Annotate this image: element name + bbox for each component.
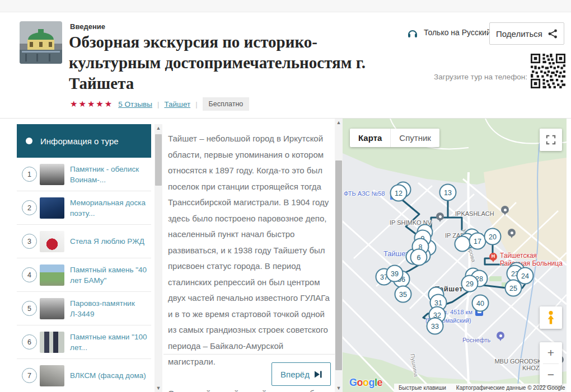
stop-label: Стела Я люблю РЖД — [70, 236, 147, 247]
stop-thumbnail-image — [40, 365, 64, 386]
active-item-label: Информация о туре — [40, 136, 119, 146]
description-paragraph-1: Тайшет – небольшой город в Иркутской обл… — [168, 131, 331, 370]
poi-label-4518km: п. 4518 км — [443, 309, 472, 315]
poi-pin-ip-shimko[interactable] — [436, 212, 444, 222]
map-data-attribution: Картографические данные © 2022 Google — [456, 385, 565, 391]
language-row: Только на Русский — [407, 27, 491, 38]
tour-kicker: Введение — [70, 22, 105, 31]
fullscreen-icon — [546, 135, 556, 145]
stop-number-badge: 1 — [22, 167, 37, 182]
tour-thumbnail-image — [20, 21, 62, 64]
stop-thumbnail-image — [40, 265, 64, 286]
text-panel-scrollbar[interactable]: ▲ ▼ — [335, 119, 343, 392]
star-icon: ★ — [78, 99, 87, 108]
poi-pin-ipkashlach[interactable] — [501, 206, 509, 215]
zoom-control: + − — [540, 342, 562, 385]
sidebar-item-stop-1[interactable]: 1Памятник - обелиск Воинам-... — [17, 158, 151, 191]
next-button-label: Вперёд — [280, 370, 310, 379]
skip-next-icon — [315, 371, 322, 378]
sidebar-item-stop-2[interactable]: 2Мемориальная доска поэту... — [17, 191, 151, 225]
zoom-out-button[interactable]: − — [540, 364, 562, 385]
headphones-icon — [407, 27, 418, 38]
rating-row: ★★★★★ 5 Отзывы | Тайшет | Бесплатно — [70, 98, 249, 110]
tour-description-panel: Тайшет – небольшой город в Иркутской обл… — [163, 119, 335, 392]
stop-thumbnail-image — [40, 197, 64, 219]
share-icon — [548, 29, 558, 39]
sidebar-scrollbar-thumb[interactable] — [155, 134, 162, 186]
rating-stars: ★★★★★ — [70, 99, 113, 109]
map-marker-ghost — [455, 236, 471, 252]
stop-thumbnail-image — [40, 332, 64, 353]
satellite-tab[interactable]: Спутник — [391, 129, 439, 147]
stop-label: Памятный камень "40 лет БАМу" — [70, 265, 147, 286]
pegman-icon — [546, 310, 555, 325]
sidebar-item-tour-info-active[interactable]: Информация о туре — [17, 124, 151, 158]
scroll-up-icon[interactable]: ▲ — [155, 124, 162, 132]
train-station-photo — [20, 21, 62, 64]
keyboard-shortcuts-link[interactable]: Быстрые клавиши — [399, 385, 446, 391]
google-map[interactable]: ФТЬ АЗС №58IP SHIMKO NVIPKASHLACHIP ZAPO… — [343, 119, 567, 392]
scroll-down-icon[interactable]: ▼ — [335, 384, 343, 392]
fullscreen-button[interactable] — [540, 129, 562, 151]
map-type-control: Карта Спутник — [350, 129, 439, 147]
google-logo-letter: o — [357, 377, 363, 388]
sidebar-scrollbar[interactable]: ▲ ▼ — [155, 124, 162, 392]
stop-number-badge: 4 — [22, 267, 37, 282]
separator: | — [157, 100, 159, 108]
timeline-dot — [26, 138, 32, 144]
qr-code — [531, 54, 565, 88]
map-marker-6[interactable]: 6 — [410, 249, 428, 266]
zoom-in-button[interactable]: + — [540, 342, 562, 363]
free-badge: Бесплатно — [203, 97, 250, 111]
map-marker-39[interactable]: 39 — [386, 265, 404, 282]
text-scrollbar-thumb[interactable] — [335, 160, 342, 370]
map-marker-33[interactable]: 33 — [427, 318, 444, 335]
scroll-down-icon[interactable]: ▼ — [155, 384, 162, 392]
next-button[interactable]: Вперёд — [272, 362, 331, 386]
sidebar-item-stop-5[interactable]: 5Паровоз-памятник Л-3449 — [17, 292, 151, 325]
poi-pin-ip-zaporoz[interactable] — [508, 229, 516, 238]
stop-label: Памятные камни "100 лет... — [70, 332, 147, 353]
poi-label-ipkashlach: IPKASHLACH — [455, 210, 494, 217]
stop-label: Паровоз-памятник Л-3449 — [70, 298, 147, 319]
stop-thumbnail-image — [40, 164, 64, 185]
stop-number-badge: 5 — [22, 301, 37, 316]
stop-label: Памятник - обелиск Воинам-... — [70, 164, 147, 185]
google-logo[interactable]: Google — [349, 377, 382, 389]
map-marker-13[interactable]: 13 — [439, 184, 457, 201]
map-tab[interactable]: Карта — [350, 129, 391, 147]
google-logo-letter: G — [349, 377, 357, 388]
poi-pin-rosneft[interactable] — [497, 332, 504, 341]
stop-thumbnail-image — [40, 298, 64, 319]
sidebar-item-stop-6[interactable]: 6Памятные камни "100 лет... — [17, 325, 151, 359]
map-marker-20[interactable]: 20 — [484, 228, 502, 245]
city-link[interactable]: Тайшет — [164, 100, 190, 108]
star-icon: ★ — [105, 99, 113, 108]
map-marker-25[interactable]: 25 — [505, 280, 522, 297]
page-title: Обзорная экскурсия по историко-культурны… — [69, 32, 394, 94]
map-marker-29[interactable]: 29 — [461, 275, 479, 292]
reviews-link[interactable]: 5 Отзывы — [118, 100, 152, 108]
poi-label-hospital: Тайшетская Районная Больница — [500, 252, 563, 267]
sidebar-item-stop-3[interactable]: 3Стела Я люблю РЖД — [17, 225, 151, 258]
map-marker-12[interactable]: 12 — [390, 185, 408, 202]
map-marker-35[interactable]: 35 — [395, 286, 412, 303]
share-button[interactable]: Поделиться — [489, 22, 564, 45]
star-icon: ★ — [96, 99, 104, 108]
star-icon: ★ — [87, 99, 96, 108]
share-button-label: Поделиться — [496, 29, 542, 39]
sidebar-item-stop-7[interactable]: 7ВЛКСМ (фасад дома) — [17, 359, 151, 392]
stop-number-badge: 2 — [22, 200, 37, 215]
sidebar-item-stop-4[interactable]: 4Памятный камень "40 лет БАМу" — [17, 258, 151, 292]
separator: | — [195, 100, 197, 108]
pegman-control[interactable] — [540, 306, 562, 329]
poi-pin-hospital[interactable] — [489, 253, 497, 262]
stop-label: ВЛКСМ (фасад дома) — [70, 370, 147, 381]
stop-thumbnail-image — [40, 231, 64, 252]
map-marker-40[interactable]: 40 — [472, 295, 489, 312]
qr-caption: Загрузите тур на телефон: — [423, 73, 527, 81]
qr-code-image — [531, 54, 565, 88]
scroll-up-icon[interactable]: ▲ — [335, 119, 343, 126]
stop-number-badge: 3 — [22, 234, 37, 249]
google-logo-letter: g — [369, 377, 375, 388]
